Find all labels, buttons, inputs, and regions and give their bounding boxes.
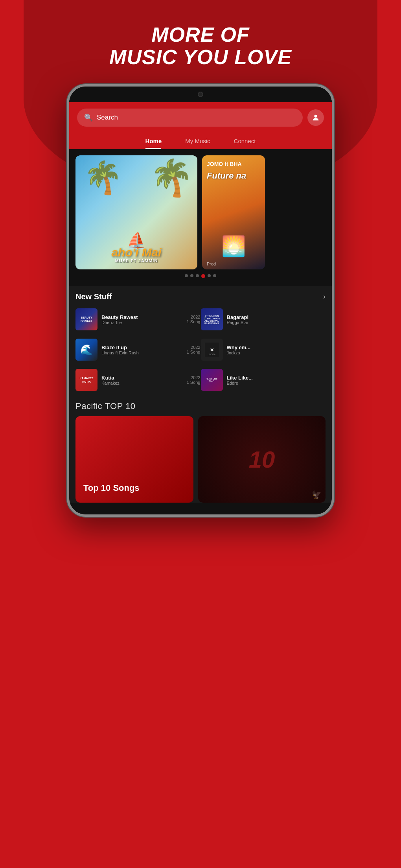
song-title-blaze: Blaze it up (101, 345, 183, 350)
song-title-why-em: Why em... (227, 345, 326, 350)
app-header: 🔍 Search (69, 102, 332, 133)
song-item-beauty-rawest[interactable]: BEAUTYRAWEST Beauty Rawest Dhenz Tiie 20… (75, 304, 200, 334)
top10-logo-bg: 10 (198, 416, 326, 503)
top10-bird-icon: 🦅 (312, 490, 322, 499)
banner-scroll[interactable]: ⛵ aho'i Mai MUSE FT JAMMIN JOMO ft BHA F… (69, 155, 332, 269)
song-info-why-em: Why em... Jockza (227, 345, 326, 355)
jomo-script-title: Future na (207, 171, 260, 181)
thumb-like-like: "Like LikeYou" (201, 369, 223, 391)
user-icon (311, 113, 320, 122)
thumb-kutia: KAMAKEZKUTIA (75, 369, 97, 391)
banner-section: ⛵ aho'i Mai MUSE FT JAMMIN JOMO ft BHA F… (69, 149, 332, 286)
user-avatar-button[interactable] (307, 109, 324, 126)
top10-card-title: Top 10 Songs (83, 483, 186, 493)
dot-6 (213, 274, 216, 277)
heart-hands-icon: 🌅 (221, 235, 246, 258)
song-title-kutia: Kutia (101, 375, 183, 381)
dot-2 (190, 274, 193, 277)
song-item-bagarapi[interactable]: STREAM ON🎵 BAGARAPIALL DIGITALPLATFORMS … (201, 304, 326, 334)
dot-3 (196, 274, 199, 277)
thumb-blaze: 🌊 (75, 339, 97, 361)
song-artist-why-em: Jockza (227, 350, 326, 355)
song-artist-like-like: Eddre (227, 381, 326, 385)
svg-point-0 (314, 115, 317, 118)
song-item-like-like[interactable]: "Like LikeYou" Like Like... Eddre (201, 365, 326, 395)
song-count-beauty: 1 Song (187, 319, 200, 324)
song-year-kutia: 2022 (187, 375, 200, 380)
song-item-kutia[interactable]: KAMAKEZKUTIA Kutia Kamakez 2022 1 Song (75, 365, 200, 395)
search-icon: 🔍 (84, 113, 93, 122)
hero-line2: MUSIC YOU LOVE (109, 46, 292, 68)
pacific-top10-section: Pacific TOP 10 Top 10 Songs 10 🦅 (69, 395, 332, 503)
song-title-bagarapi: Bagarapi (227, 314, 326, 320)
pacific-top10-title: Pacific TOP 10 (75, 401, 326, 411)
search-bar[interactable]: 🔍 Search (77, 109, 303, 127)
song-meta-kutia: 2022 1 Song (187, 375, 200, 385)
song-year-beauty: 2022 (187, 315, 200, 319)
jomo-top-text: JOMO ft BHA (207, 161, 260, 168)
song-title-beauty: Beauty Rawest (101, 314, 183, 320)
song-artist-beauty: Dhenz Tiie (101, 320, 183, 325)
song-info-kutia: Kutia Kamakez (101, 375, 183, 385)
song-artist-blaze: Lingus ft Evin Rush (101, 350, 183, 355)
camera-dot (198, 92, 203, 97)
dots-indicator (69, 269, 332, 280)
new-stuff-arrow[interactable]: › (323, 293, 326, 301)
tab-connect[interactable]: Connect (222, 133, 268, 149)
top10-card-songs[interactable]: Top 10 Songs (75, 416, 193, 503)
song-year-blaze: 2022 (187, 345, 200, 350)
banner-subtitle: MUSE FT JAMMIN (111, 258, 161, 263)
hero-title-block: MORE OF MUSIC YOU LOVE (109, 24, 292, 68)
dot-4-active (201, 274, 205, 278)
thumb-why-em: ✕ JOCKZA (201, 339, 223, 361)
hero-line1: MORE OF (109, 24, 292, 46)
banner-img-muse: ⛵ aho'i Mai MUSE FT JAMMIN (75, 155, 197, 269)
banner-img-jomo: JOMO ft BHA Future na 🌅 Prod (202, 155, 265, 269)
search-label: Search (97, 114, 118, 122)
song-meta-blaze: 2022 1 Song (187, 345, 200, 354)
song-info-bagarapi: Bagarapi Ragga Siai (227, 314, 326, 325)
new-stuff-section: New Stuff › BEAUTYRAWEST Beauty Rawest D… (69, 286, 332, 395)
top10-cards: Top 10 Songs 10 🦅 (75, 416, 326, 503)
top10-big-text: 10 (249, 446, 275, 473)
song-item-blaze[interactable]: 🌊 Blaze it up Lingus ft Evin Rush 2022 1… (75, 335, 200, 365)
nav-tabs: Home My Music Connect (69, 133, 332, 149)
banner-card-jomo[interactable]: JOMO ft BHA Future na 🌅 Prod (202, 155, 265, 269)
song-artist-bagarapi: Ragga Siai (227, 320, 326, 325)
song-info-like-like: Like Like... Eddre (227, 375, 326, 385)
song-item-why-em[interactable]: ✕ JOCKZA Why em... Jockza (201, 335, 326, 365)
dot-1 (185, 274, 188, 277)
phone-camera-bar (69, 87, 332, 102)
thumb-bagarapi: STREAM ON🎵 BAGARAPIALL DIGITALPLATFORMS (201, 308, 223, 330)
song-count-blaze: 1 Song (187, 350, 200, 354)
song-info-blaze: Blaze it up Lingus ft Evin Rush (101, 345, 183, 355)
tab-home[interactable]: Home (134, 133, 174, 149)
banner-card-muse[interactable]: ⛵ aho'i Mai MUSE FT JAMMIN (75, 155, 197, 269)
dot-5 (208, 274, 211, 277)
song-info-beauty: Beauty Rawest Dhenz Tiie (101, 314, 183, 325)
song-grid: BEAUTYRAWEST Beauty Rawest Dhenz Tiie 20… (69, 304, 332, 395)
top10-card-logo[interactable]: 10 🦅 (198, 416, 326, 503)
tab-my-music[interactable]: My Music (173, 133, 222, 149)
song-count-kutia: 1 Song (187, 380, 200, 385)
banner-text-muse: aho'i Mai MUSE FT JAMMIN (111, 247, 161, 263)
banner-title-script: aho'i Mai (111, 247, 161, 258)
why-em-icon: ✕ JOCKZA (205, 343, 219, 357)
song-artist-kutia: Kamakez (101, 381, 183, 385)
svg-text:JOCKZA: JOCKZA (208, 354, 215, 356)
song-title-like-like: Like Like... (227, 375, 326, 381)
jomo-bottom-label: Prod (207, 262, 216, 266)
phone-bottom-bar (69, 503, 332, 514)
svg-text:✕: ✕ (210, 348, 214, 353)
thumb-beauty-rawest: BEAUTYRAWEST (75, 308, 97, 330)
section-header-new-stuff: New Stuff › (69, 286, 332, 304)
new-stuff-title: New Stuff (75, 292, 112, 301)
phone-frame: 🔍 Search Home My Music Connect (67, 84, 334, 517)
song-meta-beauty: 2022 1 Song (187, 315, 200, 324)
